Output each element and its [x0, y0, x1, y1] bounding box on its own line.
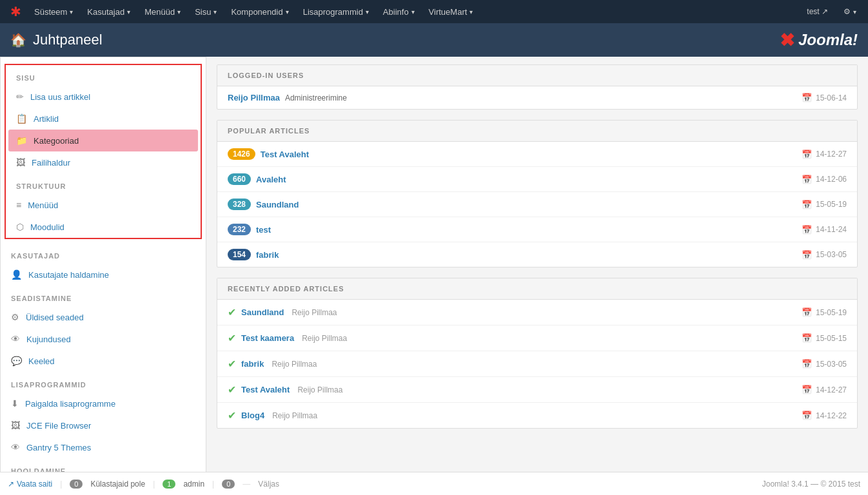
nav-kasutajad[interactable]: Kasutajad ▾ [81, 0, 137, 23]
nav-virtuemart[interactable]: VirtueMart ▾ [422, 0, 480, 23]
admin-count-badge: 1 [163, 480, 175, 489]
calendar-icon: 📅 [802, 225, 812, 235]
article-count-badge: 328 [228, 199, 251, 210]
sidebar-section-header-seadistamine: SEADISTAMINE [1, 286, 206, 306]
article-title[interactable]: test [256, 225, 271, 235]
sidebar-item-menuud[interactable]: ≡ Menüüd [6, 194, 201, 216]
edit-icon: ✏ [16, 92, 24, 102]
joomla-brand: ✖ Joomla! [780, 30, 858, 51]
article-author: Reijo Pillmaa [291, 308, 337, 317]
test-user-link[interactable]: test ↗ [800, 0, 834, 23]
sidebar-section-header-lisaprogrammid: LISAPROGRAMMID [1, 372, 206, 393]
check-icon: ✔ [228, 383, 236, 396]
sidebar-section-sisu: SISU ✏ Lisa uus artikkel 📋 Artiklid 📁 Ka… [6, 65, 201, 173]
top-navigation: ✱ Süsteem ▾ Kasutajad ▾ Menüüd ▾ Sisu ▾ … [0, 0, 868, 23]
external-link-icon: ↗ [8, 480, 14, 489]
table-row: ✔ Test kaamera Reijo Pillmaa 📅 15-05-15 [217, 325, 857, 351]
top-nav-right: test ↗ ⚙ ▾ [800, 0, 863, 23]
article-title[interactable]: Saundland [256, 200, 299, 209]
article-icon: 📋 [16, 113, 27, 124]
article-title[interactable]: Blog4 [241, 411, 264, 420]
table-row: ✔ Saundland Reijo Pillmaa 📅 15-05-19 [217, 300, 857, 325]
nav-menuud[interactable]: Menüüd ▾ [138, 0, 187, 23]
menu-icon: ≡ [16, 200, 21, 210]
article-title[interactable]: Saundland [241, 307, 284, 317]
caret-icon: ▾ [70, 8, 73, 15]
settings-button[interactable]: ⚙ ▾ [837, 0, 863, 23]
sidebar-item-moodulid[interactable]: ⬡ Moodulid [6, 216, 201, 238]
main-content: LOGGED-IN USERS Reijo Pillmaa Administre… [206, 57, 868, 495]
caret-icon: ▾ [127, 8, 130, 15]
nav-lisaprogrammid[interactable]: Lisaprogrammid ▾ [297, 0, 375, 23]
calendar-icon: 📅 [802, 93, 812, 102]
article-title[interactable]: fabrik [241, 359, 264, 369]
article-count-badge: 232 [228, 224, 251, 235]
calendar-icon: 📅 [802, 333, 812, 343]
sidebar-item-lisa-uus-artikkel[interactable]: ✏ Lisa uus artikkel [6, 86, 201, 108]
main-layout: SISU ✏ Lisa uus artikkel 📋 Artiklid 📁 Ka… [0, 57, 868, 495]
joomla-cross-icon: ✖ [780, 30, 794, 51]
top-nav-left: ✱ Süsteem ▾ Kasutajad ▾ Menüüd ▾ Sisu ▾ … [5, 0, 479, 23]
caret-icon: ▾ [213, 8, 217, 15]
table-row: 232 test 📅 14-11-24 [217, 217, 857, 242]
gear-icon: ⚙ [11, 312, 19, 322]
article-count-badge: 1426 [228, 148, 255, 160]
joomla-logo-icon[interactable]: ✱ [5, 4, 26, 19]
page-title: 🏠 Juhtpaneel [10, 32, 103, 48]
logged-in-users-panel: LOGGED-IN USERS Reijo Pillmaa Administre… [217, 64, 858, 110]
recently-added-panel: RECENTLY ADDED ARTICLES ✔ Saundland Reij… [217, 278, 858, 429]
sidebar-item-artiklid[interactable]: 📋 Artiklid [6, 108, 201, 130]
sidebar-item-paigalda-lisaprogramme[interactable]: ⬇ Paigalda lisaprogramme [1, 393, 206, 414]
logout-button[interactable]: Väljas [258, 480, 279, 489]
table-row: 1426 Test Avaleht 📅 14-12-27 [217, 142, 857, 167]
table-row: 154 fabrik 📅 15-03-05 [217, 242, 857, 267]
nav-abiinfo[interactable]: Abiinfo ▾ [377, 0, 421, 23]
folder-icon: 📁 [16, 135, 27, 146]
article-author: Reijo Pillmaa [297, 385, 342, 394]
sidebar-item-kujundused[interactable]: 👁 Kujundused [1, 328, 206, 350]
sidebar-item-kategooriad[interactable]: 📁 Kategooriad [8, 130, 198, 151]
sidebar-section-kasutajad: KASUTAJAD 👤 Kasutajate haldamine [1, 243, 206, 286]
article-title[interactable]: Test Avaleht [261, 150, 309, 159]
article-author: Reijo Pillmaa [271, 360, 317, 369]
article-author: Reijo Pillmaa [302, 334, 347, 343]
caret-icon: ▾ [853, 8, 856, 15]
article-title[interactable]: Test Avaleht [241, 385, 290, 394]
article-title[interactable]: Avaleht [256, 175, 286, 184]
table-row: ✔ Blog4 Reijo Pillmaa 📅 14-12-22 [217, 403, 857, 428]
article-title[interactable]: fabrik [256, 250, 279, 260]
view-site-link[interactable]: ↗ Vaata saiti [8, 480, 52, 489]
sidebar-item-keeled[interactable]: 💬 Keeled [1, 350, 206, 372]
user-icon: 👤 [11, 269, 22, 280]
theme-icon: 👁 [11, 442, 20, 452]
popular-articles-header: POPULAR ARTICLES [217, 121, 857, 142]
article-count-badge: 154 [228, 249, 251, 260]
user-info: Reijo Pillmaa Administreerimine [228, 93, 802, 102]
nav-systeem[interactable]: Süsteem ▾ [28, 0, 79, 23]
sidebar-highlighted-group: SISU ✏ Lisa uus artikkel 📋 Artiklid 📁 Ka… [5, 64, 202, 239]
sidebar-section-header-kasutajad: KASUTAJAD [1, 243, 206, 264]
article-author: Reijo Pillmaa [272, 411, 317, 420]
sidebar-item-kasutajate-haldamine[interactable]: 👤 Kasutajate haldamine [1, 264, 206, 286]
popular-articles-panel: POPULAR ARTICLES 1426 Test Avaleht 📅 14-… [217, 120, 858, 267]
check-icon: ✔ [228, 306, 236, 318]
calendar-icon: 📅 [802, 385, 812, 394]
sidebar-item-failihaldur[interactable]: 🖼 Failihaldur [6, 151, 201, 173]
sidebar-item-uldised-seaded[interactable]: ⚙ Üldised seaded [1, 306, 206, 328]
module-icon: ⬡ [16, 222, 24, 232]
home-icon: 🏠 [10, 32, 26, 48]
sidebar-item-gantry-5-themes[interactable]: 👁 Gantry 5 Themes [1, 436, 206, 458]
file-browser-icon: 🖼 [11, 420, 20, 431]
calendar-icon: 📅 [802, 150, 812, 159]
sidebar-section-header-struktuur: STRUKTUUR [6, 173, 201, 194]
nav-komponendid[interactable]: Komponendid ▾ [224, 0, 295, 23]
caret-icon: ▾ [366, 8, 369, 15]
nav-sisu[interactable]: Sisu ▾ [188, 0, 223, 23]
sidebar-item-jce-file-browser[interactable]: 🖼 JCE File Browser [1, 414, 206, 436]
bottom-bar: ↗ Vaata saiti | 0 Külastajaid pole | 1 a… [0, 472, 868, 495]
eye-icon: 👁 [11, 334, 20, 344]
article-title[interactable]: Test kaamera [241, 333, 294, 343]
table-row: 328 Saundland 📅 15-05-19 [217, 192, 857, 217]
user-name[interactable]: Reijo Pillmaa [228, 93, 280, 102]
calendar-icon: 📅 [802, 359, 812, 369]
